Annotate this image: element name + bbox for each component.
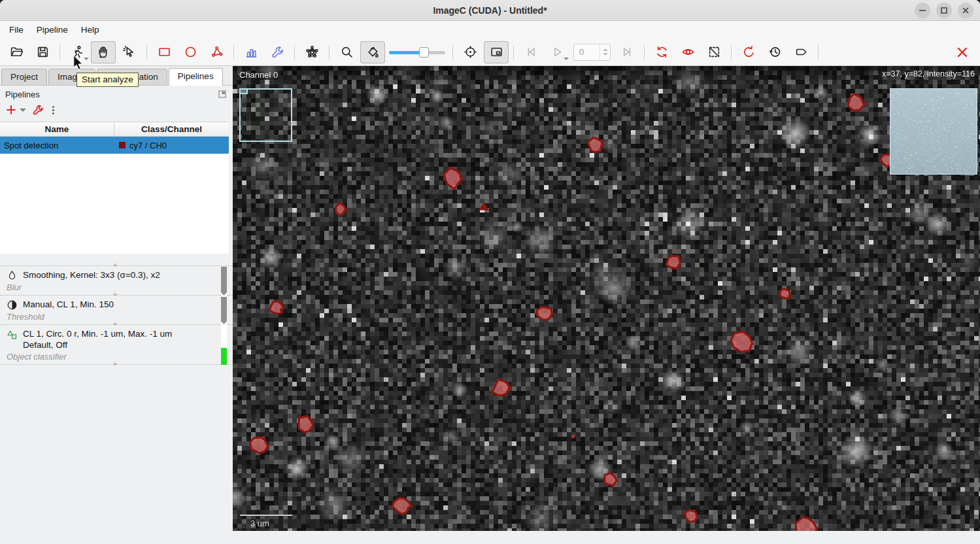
- insert-step-icon[interactable]: +: [113, 290, 117, 298]
- pipeline-row[interactable]: Spot detectioncy7 / CH0: [0, 137, 229, 154]
- pan-tool-button[interactable]: [91, 41, 116, 63]
- close-preview-button[interactable]: [950, 41, 975, 63]
- step-indicator-2: [221, 297, 227, 324]
- step-indicator-strip: [221, 267, 227, 366]
- select-tool-button[interactable]: [117, 41, 142, 63]
- panel-toolbar: [0, 101, 233, 118]
- tab-pipelines[interactable]: Pipelines: [169, 68, 223, 86]
- marquee-off-icon: [707, 45, 721, 59]
- maximize-window-button[interactable]: [936, 3, 952, 18]
- step-indicator-3: [221, 348, 227, 365]
- open-button[interactable]: [4, 41, 29, 63]
- dropdown-caret-icon[interactable]: [564, 58, 569, 60]
- column-header-name[interactable]: Name: [0, 122, 114, 136]
- maximize-icon: [939, 5, 949, 16]
- steps-end-separator: +: [0, 364, 233, 365]
- slider-fill: [389, 51, 424, 54]
- tab-project[interactable]: Project: [1, 69, 47, 85]
- window-controls: [915, 3, 973, 18]
- clear-selection-button[interactable]: [701, 41, 726, 63]
- thumbnail-toggle-button[interactable]: [484, 41, 509, 63]
- step-title: Manual, CL 1, Min. 150: [23, 299, 114, 311]
- pipeline-settings-button[interactable]: [32, 104, 44, 116]
- tooltip-start-analyze: Start analyze: [76, 73, 139, 87]
- toolbar-separator: [329, 45, 329, 60]
- adjustments-button[interactable]: [265, 41, 290, 63]
- save-button[interactable]: [30, 41, 55, 63]
- image-viewer[interactable]: Channel 0 x=37, y=82, intensity=116 3 um: [233, 66, 980, 531]
- more-options-button[interactable]: [50, 106, 54, 114]
- spin-down-icon[interactable]: [603, 53, 608, 56]
- threshold-icon: [7, 299, 18, 311]
- scale-bar: [240, 515, 292, 516]
- table-empty-area: [0, 154, 229, 254]
- first-frame-button[interactable]: [518, 41, 543, 63]
- center-view-button[interactable]: [458, 41, 482, 63]
- pipeline-step-3[interactable]: +CL 1, Circ. 0 r, Min. -1 um, Max. -1 um…: [0, 324, 233, 364]
- histogram-button[interactable]: [239, 41, 263, 63]
- skip-start-icon: [524, 45, 538, 59]
- roi-circle-button[interactable]: [178, 41, 203, 63]
- step-subtitle: Threshold: [7, 311, 204, 322]
- pip-icon: [490, 45, 503, 59]
- spin-up-icon[interactable]: [603, 48, 608, 51]
- tile-corner-handle[interactable]: [239, 88, 248, 94]
- close-window-button[interactable]: [958, 3, 973, 18]
- undo-button[interactable]: [736, 41, 761, 63]
- table-header: Name Class/Channel: [0, 122, 229, 137]
- wrench-icon: [271, 45, 284, 59]
- toolbar-separator: [233, 45, 234, 60]
- tile-selection-rect[interactable]: [239, 88, 292, 142]
- play-button[interactable]: [545, 41, 569, 63]
- toolbar-separator: [818, 45, 819, 60]
- step-subtitle: Object classifier: [7, 351, 204, 362]
- microscopy-image-canvas[interactable]: [233, 66, 980, 531]
- save-icon: [36, 45, 50, 59]
- pipeline-graph-button[interactable]: [299, 41, 324, 63]
- toggle-preview-button[interactable]: [675, 41, 700, 63]
- play-icon: [550, 45, 564, 59]
- spinner-arrows[interactable]: [600, 44, 610, 60]
- insert-step-icon[interactable]: +: [113, 261, 117, 269]
- channel-label: Channel 0: [239, 70, 278, 80]
- panel-header: Pipelines: [0, 86, 233, 101]
- toolbar-separator: [452, 45, 453, 60]
- dropdown-caret-icon[interactable]: [20, 109, 26, 112]
- toolbar-separator: [731, 45, 732, 60]
- column-header-class-channel[interactable]: Class/Channel: [114, 122, 229, 136]
- step-indicator-1: [221, 267, 227, 296]
- insert-step-icon[interactable]: +: [113, 320, 117, 328]
- zoom-search-button[interactable]: [334, 41, 359, 63]
- menu-help[interactable]: Help: [75, 22, 106, 37]
- insert-step-icon[interactable]: +: [113, 360, 117, 367]
- circle-icon: [184, 45, 197, 59]
- pipeline-name: Spot detection: [0, 141, 114, 150]
- float-panel-icon[interactable]: [218, 90, 226, 98]
- close-icon: [960, 5, 971, 16]
- menu-file[interactable]: File: [3, 22, 30, 37]
- titlebar[interactable]: ImageC (CUDA) - Untitled*: [0, 0, 980, 21]
- roi-polygon-button[interactable]: [204, 41, 229, 63]
- history-button[interactable]: [762, 41, 787, 63]
- kebab-icon: [50, 106, 54, 114]
- fill-overlay-button[interactable]: [360, 41, 385, 63]
- bar-chart-icon: [245, 45, 258, 59]
- menu-pipeline[interactable]: Pipeline: [30, 22, 75, 37]
- step-subtitle: Blur: [7, 282, 204, 293]
- classifier-icon: [7, 329, 18, 340]
- refresh-preview-button[interactable]: [649, 41, 674, 63]
- slider-handle[interactable]: [419, 47, 429, 58]
- hand-icon: [97, 45, 110, 59]
- frame-spinner[interactable]: 0: [573, 44, 611, 61]
- class-color-swatch: [119, 142, 126, 148]
- panel-title: Pipelines: [5, 90, 218, 99]
- left-panel: ProjectImagesClassificationPipelines Pip…: [0, 66, 233, 544]
- opacity-slider[interactable]: [389, 41, 445, 63]
- minimap-thumbnail[interactable]: [890, 88, 977, 175]
- minimize-window-button[interactable]: [915, 3, 930, 18]
- minimize-icon: [917, 5, 928, 16]
- add-pipeline-button[interactable]: [5, 104, 26, 116]
- roi-rectangle-button[interactable]: [152, 41, 177, 63]
- last-frame-button[interactable]: [615, 41, 639, 63]
- tag-button[interactable]: [788, 41, 813, 63]
